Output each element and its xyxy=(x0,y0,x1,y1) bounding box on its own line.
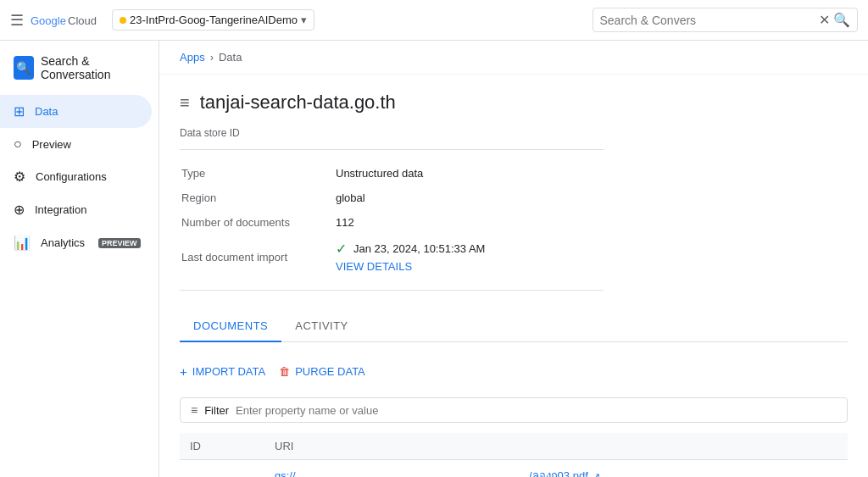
tab-documents[interactable]: DOCUMENTS xyxy=(180,311,281,342)
topbar: ☰ Google Cloud 23-IntPrd-Goog-TangerineA… xyxy=(0,0,868,41)
sidebar: 🔍 Search & Conversation ⊞ Data ○ Preview… xyxy=(0,41,159,477)
data-store-id-label: Data store ID xyxy=(180,127,848,139)
breadcrumb-apps[interactable]: Apps xyxy=(180,51,205,64)
filter-bar: ≡ Filter xyxy=(180,397,848,423)
sidebar-item-analytics[interactable]: 📊 Analytics PREVIEW xyxy=(0,226,152,259)
filepath-link[interactable]: /ลองก03.pdf ↗ xyxy=(529,469,600,477)
page-header: ≡ tanjai-search-data.go.th xyxy=(180,92,848,114)
tabs: DOCUMENTS ACTIVITY xyxy=(180,311,848,342)
info-row-import: Last document import ✓ Jan 23, 2024, 10:… xyxy=(181,236,602,278)
view-details-link[interactable]: VIEW DETAILS xyxy=(336,260,412,273)
cell-filepath: /ลองก03.pdf ↗ xyxy=(519,460,848,478)
actions: + IMPORT DATA 🗑 PURGE DATA xyxy=(180,359,848,384)
info-row-docs: Number of documents 112 xyxy=(181,211,602,234)
import-label: IMPORT DATA xyxy=(192,365,265,378)
sidebar-item-preview-label: Preview xyxy=(32,138,71,151)
col-id-header: ID xyxy=(180,433,264,460)
search-clear-icon[interactable]: ✕ xyxy=(819,12,830,28)
product-title-label: Search & Conversation xyxy=(41,54,145,81)
import-date: Jan 23, 2024, 10:51:33 AM xyxy=(353,242,485,255)
configurations-icon: ⚙ xyxy=(14,169,25,185)
sidebar-item-preview[interactable]: ○ Preview xyxy=(0,128,152,160)
divider-top xyxy=(180,149,604,150)
tab-activity[interactable]: ACTIVITY xyxy=(281,311,362,342)
search-input[interactable] xyxy=(600,14,820,27)
divider-bottom xyxy=(180,290,604,291)
analytics-icon: 📊 xyxy=(14,235,31,251)
info-value-import: ✓ Jan 23, 2024, 10:51:33 AM VIEW DETAILS xyxy=(336,236,602,278)
table-header-row: ID URI xyxy=(180,433,848,460)
menu-icon[interactable]: ☰ xyxy=(10,11,24,30)
sidebar-nav: ⊞ Data ○ Preview ⚙ Configurations ⊕ Inte… xyxy=(0,95,159,259)
cell-uri: gs:// xyxy=(264,460,519,478)
data-store-info: Data store ID Type Unstructured data Reg… xyxy=(180,127,848,291)
breadcrumb-data: Data xyxy=(219,51,242,64)
preview-icon: ○ xyxy=(14,136,22,152)
svg-text:Google: Google xyxy=(31,14,66,27)
product-title: 🔍 Search & Conversation xyxy=(0,47,159,95)
data-icon: ⊞ xyxy=(14,103,25,119)
info-label-import: Last document import xyxy=(181,236,334,278)
page-content: ≡ tanjai-search-data.go.th Data store ID… xyxy=(159,75,868,477)
filter-label: Filter xyxy=(204,404,229,417)
breadcrumb: Apps › Data xyxy=(159,41,868,75)
cell-id xyxy=(180,460,264,478)
filter-icon: ≡ xyxy=(191,403,198,417)
project-status-dot xyxy=(120,17,126,24)
purge-label: PURGE DATA xyxy=(295,365,365,378)
integration-icon: ⊕ xyxy=(14,202,25,218)
info-table: Type Unstructured data Region global Num… xyxy=(180,160,604,280)
import-check-icon: ✓ xyxy=(336,241,347,257)
sidebar-item-configurations[interactable]: ⚙ Configurations xyxy=(0,160,152,193)
info-label-region: Region xyxy=(181,186,334,209)
page-header-icon: ≡ xyxy=(180,93,190,113)
sidebar-item-data[interactable]: ⊞ Data xyxy=(0,95,152,128)
purge-icon: 🗑 xyxy=(279,365,290,378)
main-content: Apps › Data ≡ tanjai-search-data.go.th D… xyxy=(159,41,868,477)
search-icon[interactable]: 🔍 xyxy=(833,12,850,28)
info-label-docs: Number of documents xyxy=(181,211,334,234)
sidebar-item-integration-label: Integration xyxy=(35,203,86,216)
col-uri-header: URI xyxy=(264,433,519,460)
filter-input[interactable] xyxy=(236,404,837,417)
info-value-docs: 112 xyxy=(336,211,602,234)
purge-data-button[interactable]: 🗑 PURGE DATA xyxy=(279,359,365,384)
svg-text:Cloud: Cloud xyxy=(68,14,97,27)
project-chevron-icon: ▾ xyxy=(301,14,307,26)
page-title: tanjai-search-data.go.th xyxy=(200,92,396,114)
table-row: gs:// /ลองก03.pdf ↗ xyxy=(180,460,848,478)
info-label-type: Type xyxy=(181,162,334,185)
sidebar-item-data-label: Data xyxy=(35,105,58,118)
analytics-preview-badge: PREVIEW xyxy=(98,238,141,248)
info-row-type: Type Unstructured data xyxy=(181,162,602,185)
uri-link[interactable]: gs:// xyxy=(275,469,296,477)
layout: 🔍 Search & Conversation ⊞ Data ○ Preview… xyxy=(0,41,868,477)
project-selector[interactable]: 23-IntPrd-Goog-TangerineAIDemo ▾ xyxy=(112,9,314,31)
import-icon: + xyxy=(180,364,187,379)
col-filepath-header xyxy=(519,433,848,460)
project-name: 23-IntPrd-Goog-TangerineAIDemo xyxy=(130,14,298,26)
google-cloud-logo: Google Cloud xyxy=(31,10,98,31)
sidebar-item-analytics-label: Analytics xyxy=(41,236,85,249)
external-link-icon: ↗ xyxy=(593,471,600,477)
info-value-type: Unstructured data xyxy=(336,162,602,185)
product-icon: 🔍 xyxy=(14,56,34,80)
documents-table: ID URI gs:// /ลองก03.pdf ↗ gs:// /ธรรมนู… xyxy=(180,433,848,477)
sidebar-item-integration[interactable]: ⊕ Integration xyxy=(0,193,152,226)
sidebar-item-configurations-label: Configurations xyxy=(36,170,107,183)
info-value-region: global xyxy=(336,186,602,209)
info-row-region: Region global xyxy=(181,186,602,209)
breadcrumb-sep-1: › xyxy=(210,51,214,64)
import-data-button[interactable]: + IMPORT DATA xyxy=(180,359,265,384)
search-bar: ✕ 🔍 xyxy=(593,8,859,32)
